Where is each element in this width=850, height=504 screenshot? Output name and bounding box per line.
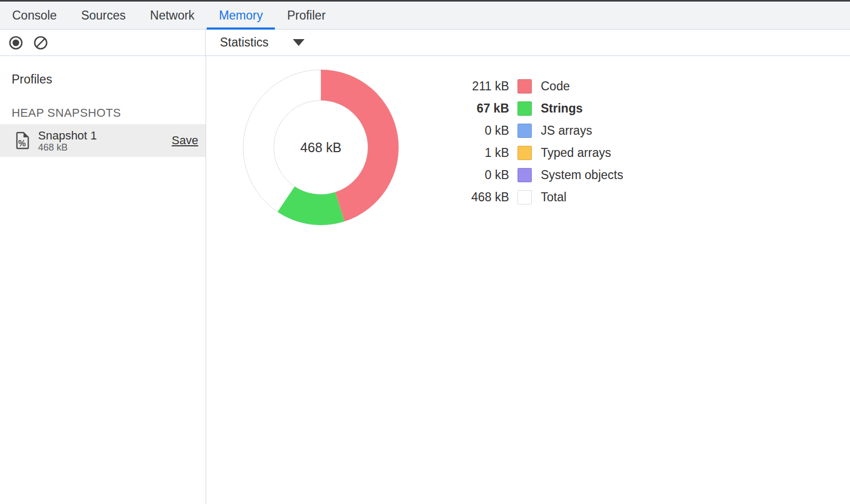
heap-statistics-donut-chart: 468 kB <box>226 52 416 242</box>
legend-value: 0 kB <box>446 124 509 138</box>
strings-swatch-icon <box>518 101 532 116</box>
js-arrays-swatch-icon <box>518 124 532 138</box>
legend-row-code[interactable]: 211 kB Code <box>446 75 623 97</box>
tab-network-label: Network <box>150 8 195 23</box>
tab-console[interactable]: Console <box>0 2 69 29</box>
chevron-down-icon <box>293 39 304 46</box>
save-snapshot-link[interactable]: Save <box>172 134 198 147</box>
legend-label: Strings <box>541 101 583 116</box>
legend-value: 1 kB <box>446 146 509 160</box>
toolbar-left-section <box>0 30 206 55</box>
tab-profiler[interactable]: Profiler <box>275 2 338 29</box>
legend-row-total[interactable]: 468 kB Total <box>446 186 623 208</box>
total-swatch-icon <box>518 190 532 204</box>
statistics-panel: 468 kB 211 kB Code 67 kB Strings 0 kB JS… <box>206 56 850 504</box>
clear-icon <box>33 35 49 51</box>
perspective-selector[interactable]: Statistics <box>206 30 304 55</box>
legend-row-typed-arrays[interactable]: 1 kB Typed arrays <box>446 142 623 164</box>
heap-snapshot-file-icon: % <box>16 132 30 150</box>
memory-toolbar: Statistics <box>0 30 850 56</box>
heap-snapshots-section-header: HEAP SNAPSHOTS <box>12 106 206 120</box>
legend-value: 211 kB <box>446 79 509 94</box>
legend-value: 67 kB <box>446 101 509 116</box>
legend-label: System objects <box>541 168 623 182</box>
snapshot-meta: Snapshot 1 468 kB <box>38 129 97 153</box>
legend-value: 0 kB <box>446 168 509 182</box>
tab-sources[interactable]: Sources <box>69 2 137 29</box>
code-swatch-icon <box>518 79 532 94</box>
tab-console-label: Console <box>12 8 57 23</box>
legend-value: 468 kB <box>446 190 509 204</box>
legend-row-strings[interactable]: 67 kB Strings <box>446 97 623 119</box>
profiles-sidebar: Profiles HEAP SNAPSHOTS % Snapshot 1 468… <box>0 56 206 504</box>
legend-label: JS arrays <box>541 124 592 138</box>
devtools-window: Console Sources Network Memory Profiler … <box>0 0 850 504</box>
svg-text:%: % <box>19 139 26 148</box>
tab-memory[interactable]: Memory <box>207 2 275 29</box>
donut-center-label: 468 kB <box>300 140 341 155</box>
legend-row-system-objects[interactable]: 0 kB System objects <box>446 164 623 186</box>
legend-row-js-arrays[interactable]: 0 kB JS arrays <box>446 119 623 142</box>
snapshot-list-item[interactable]: % Snapshot 1 468 kB Save <box>0 124 206 157</box>
clear-profiles-button[interactable] <box>33 35 49 51</box>
legend-label: Code <box>541 79 570 94</box>
snapshot-name: Snapshot 1 <box>38 129 97 142</box>
tab-sources-label: Sources <box>81 8 125 23</box>
statistics-legend: 211 kB Code 67 kB Strings 0 kB JS arrays… <box>446 75 623 208</box>
tab-network[interactable]: Network <box>138 2 207 29</box>
perspective-selector-value: Statistics <box>220 35 269 50</box>
record-heap-snapshot-button[interactable] <box>8 35 24 51</box>
tab-memory-label: Memory <box>219 8 263 23</box>
legend-label: Typed arrays <box>541 146 611 160</box>
system-objects-swatch-icon <box>518 168 532 182</box>
content-area: Profiles HEAP SNAPSHOTS % Snapshot 1 468… <box>0 56 850 504</box>
tab-profiler-label: Profiler <box>287 8 326 23</box>
legend-label: Total <box>541 190 567 204</box>
record-icon <box>8 35 24 51</box>
typed-arrays-swatch-icon <box>518 146 532 160</box>
snapshot-size: 468 kB <box>38 142 97 153</box>
devtools-tabbar: Console Sources Network Memory Profiler <box>0 2 850 30</box>
sidebar-title: Profiles <box>12 72 206 87</box>
